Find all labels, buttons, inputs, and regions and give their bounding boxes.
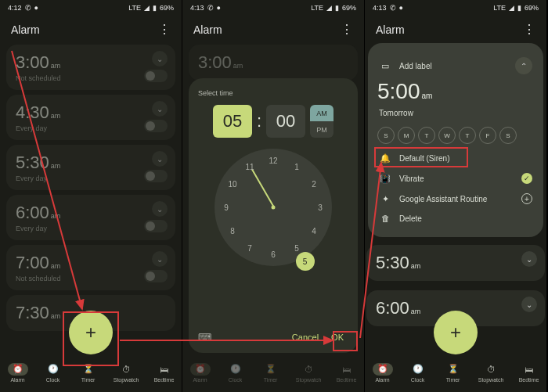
- alarm-toggle[interactable]: [144, 70, 168, 82]
- clock-hour-10[interactable]: 10: [228, 180, 236, 189]
- delete-row[interactable]: 🗑 Delete: [377, 209, 534, 228]
- nav-alarm[interactable]: ⏰Alarm: [8, 363, 28, 383]
- alarm-toggle[interactable]: [144, 170, 168, 182]
- alarm-item[interactable]: 4:30am Every day ⌄: [6, 95, 175, 140]
- nav-stopwatch[interactable]: ⏱Stopwatch: [296, 363, 322, 383]
- more-icon[interactable]: ⋮: [523, 22, 535, 37]
- expand-icon[interactable]: ⌄: [152, 51, 168, 67]
- clock-hour-12[interactable]: 12: [269, 156, 277, 165]
- clock-face[interactable]: 5 121234567891011: [215, 149, 332, 266]
- nav-clock[interactable]: 🕐Clock: [43, 363, 63, 383]
- expand-icon[interactable]: ⌄: [152, 101, 168, 117]
- day-button[interactable]: T: [418, 127, 435, 144]
- expand-icon[interactable]: ⌄: [152, 251, 168, 267]
- page-title: Alarm: [11, 23, 40, 36]
- nav-alarm[interactable]: ⏰Alarm: [373, 363, 393, 383]
- nav-clock[interactable]: 🕐Clock: [225, 363, 246, 383]
- more-icon[interactable]: ⋮: [158, 22, 171, 37]
- alarm-item[interactable]: 7:00am Not scheduled ⌄: [6, 245, 175, 290]
- nav-timer[interactable]: ⏳Timer: [443, 363, 463, 383]
- minute-input[interactable]: 00: [266, 105, 305, 138]
- expand-icon[interactable]: ⌄: [152, 151, 168, 167]
- nav-timer[interactable]: ⏳Timer: [261, 363, 281, 383]
- alarm-item[interactable]: 5:30am Every day ⌄: [6, 145, 175, 190]
- alarm-toggle[interactable]: [144, 270, 168, 282]
- clock-selected-hour: 5: [296, 252, 315, 271]
- day-button[interactable]: S: [377, 127, 395, 144]
- alarm-expanded-card: ▭ Add label ⌃ 5:00am Tomorrow S M T W T …: [368, 43, 543, 237]
- status-bar: 4:13✆● LTE◢▮69%: [182, 0, 364, 16]
- day-button[interactable]: W: [438, 127, 456, 144]
- timer-icon: ⏳: [78, 363, 99, 376]
- status-time: 4:13: [373, 4, 387, 12]
- stopwatch-icon: ⏱: [116, 363, 136, 376]
- vibrate-row[interactable]: 📳Vibrate ✓: [377, 168, 534, 189]
- clock-hour-4[interactable]: 4: [312, 227, 316, 236]
- add-alarm-fab[interactable]: +: [69, 311, 113, 354]
- expand-icon[interactable]: ⌄: [152, 201, 168, 217]
- clock-hour-1[interactable]: 1: [294, 163, 299, 171]
- bell-icon: 🔔: [379, 153, 391, 164]
- hour-input[interactable]: 05: [213, 105, 252, 138]
- more-icon[interactable]: ⋮: [341, 22, 353, 37]
- nav-bedtime[interactable]: 🛏Bedtime: [336, 363, 356, 383]
- alarm-toggle[interactable]: [144, 120, 168, 132]
- notif-icon: ●: [34, 4, 38, 12]
- bedtime-icon: 🛏: [153, 363, 174, 376]
- expand-icon[interactable]: ⌄: [521, 251, 537, 267]
- day-button[interactable]: M: [398, 127, 415, 144]
- clock-hour-7[interactable]: 7: [247, 243, 252, 252]
- alarm-toggle[interactable]: [144, 220, 168, 232]
- bottom-nav: ⏰Alarm 🕐Clock ⏳Timer ⏱Stopwatch 🛏Bedtime: [0, 356, 182, 392]
- keyboard-icon[interactable]: ⌨: [198, 332, 211, 343]
- ringtone-row[interactable]: 🔔 Default (Siren): [377, 149, 534, 168]
- trash-icon: 🗑: [379, 214, 391, 223]
- alarm-icon: ⏰: [8, 363, 28, 376]
- expand-icon[interactable]: ⌄: [521, 297, 537, 312]
- nav-alarm[interactable]: ⏰Alarm: [190, 363, 211, 383]
- alarm-item[interactable]: 5:30am ⌄: [366, 245, 545, 281]
- screen-alarm-expanded: 4:13✆● LTE◢▮69% Alarm ⋮ ▭ Add label ⌃ 5:…: [365, 0, 547, 392]
- cancel-button[interactable]: Cancel: [287, 329, 323, 345]
- battery-icon: ▮: [335, 4, 339, 12]
- add-icon: +: [521, 193, 532, 204]
- network-label: LTE: [493, 4, 506, 12]
- page-title: Alarm: [193, 23, 222, 36]
- day-button[interactable]: T: [459, 127, 476, 144]
- clock-hour-9[interactable]: 9: [224, 203, 229, 212]
- clock-hour-6[interactable]: 6: [271, 250, 276, 259]
- alarm-time-display[interactable]: 5:00am: [377, 79, 534, 104]
- nav-timer[interactable]: ⏳Timer: [78, 363, 99, 383]
- nav-stopwatch[interactable]: ⏱Stopwatch: [478, 363, 504, 383]
- am-button[interactable]: AM: [310, 105, 333, 121]
- alarm-item[interactable]: 6:00am Every day ⌄: [6, 195, 175, 240]
- nav-bedtime[interactable]: 🛏Bedtime: [153, 363, 174, 383]
- status-time: 4:13: [190, 4, 204, 12]
- clock-hour-2[interactable]: 2: [312, 180, 316, 189]
- nav-stopwatch[interactable]: ⏱Stopwatch: [114, 363, 139, 383]
- nav-bedtime[interactable]: 🛏Bedtime: [518, 363, 539, 383]
- day-button[interactable]: F: [479, 127, 496, 144]
- page-title: Alarm: [376, 23, 405, 36]
- routine-row[interactable]: ✦Google Assistant Routine +: [377, 189, 534, 209]
- whatsapp-icon: ✆: [207, 4, 214, 12]
- clock-hour-5[interactable]: 5: [294, 243, 299, 252]
- clock-hour-11[interactable]: 11: [245, 163, 254, 171]
- nav-clock[interactable]: 🕐Clock: [408, 363, 428, 383]
- colon: :: [257, 111, 261, 131]
- vibrate-icon: 📳: [379, 174, 391, 184]
- sheet-title: Select time: [198, 89, 348, 97]
- label-icon: ▭: [379, 61, 391, 71]
- day-button[interactable]: S: [499, 127, 517, 144]
- network-label: LTE: [128, 4, 141, 12]
- battery-pct: 69%: [342, 4, 356, 12]
- add-label-button[interactable]: Add label: [399, 62, 432, 70]
- battery-pct: 69%: [525, 4, 539, 12]
- alarm-item[interactable]: 3:00am Not scheduled ⌄: [6, 45, 175, 90]
- pm-button[interactable]: PM: [310, 121, 333, 138]
- add-alarm-fab[interactable]: +: [434, 311, 478, 354]
- clock-hour-3[interactable]: 3: [318, 203, 323, 212]
- ok-button[interactable]: OK: [326, 329, 348, 345]
- collapse-icon[interactable]: ⌃: [515, 57, 532, 74]
- clock-hour-8[interactable]: 8: [230, 227, 235, 236]
